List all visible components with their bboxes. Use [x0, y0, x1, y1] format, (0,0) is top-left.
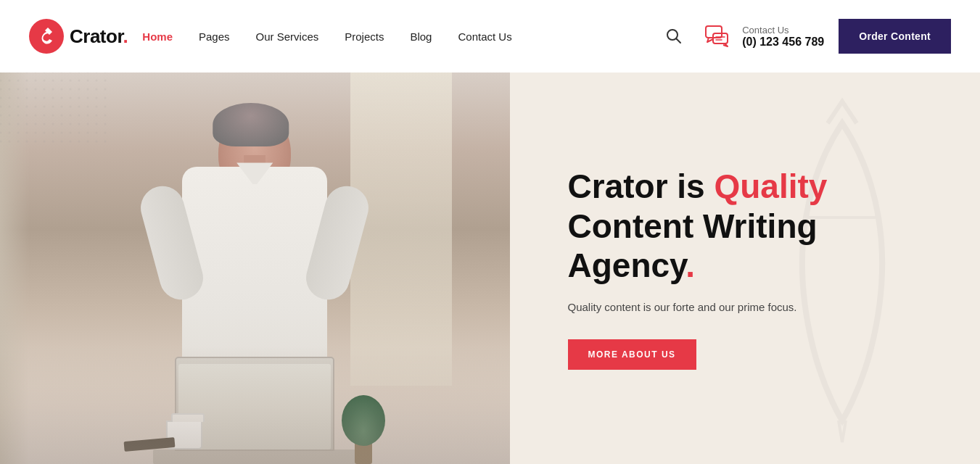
- hero-heading-period: .: [685, 246, 695, 284]
- nav-item-contact[interactable]: Contact Us: [458, 30, 511, 43]
- contact-info: Contact Us (0) 123 456 789: [701, 20, 824, 52]
- hero-heading-highlight: Quality: [714, 167, 827, 205]
- header-right: Contact Us (0) 123 456 789 Order Content: [661, 19, 951, 54]
- hero-section: Crator is Quality Content Writing Agency…: [0, 72, 980, 464]
- hero-image: [0, 72, 510, 464]
- nav-item-blog[interactable]: Blog: [410, 30, 432, 43]
- hero-photo-container: [0, 72, 510, 464]
- contact-text-block: Contact Us (0) 123 456 789: [742, 25, 824, 49]
- logo[interactable]: Crator.: [29, 19, 128, 54]
- contact-label: Contact Us: [742, 25, 824, 36]
- chat-icon-wrap: [701, 20, 733, 52]
- search-icon: [666, 28, 682, 44]
- more-about-button[interactable]: MORE ABOUT US: [568, 339, 696, 370]
- nav-item-projects[interactable]: Projects: [345, 30, 384, 43]
- main-nav: Home Pages Our Services Projects Blog Co…: [142, 30, 511, 43]
- logo-icon: [29, 19, 64, 54]
- logo-text: Crator: [70, 25, 123, 47]
- hero-content: Crator is Quality Content Writing Agency…: [510, 72, 980, 464]
- logo-dot: .: [123, 25, 128, 47]
- search-button[interactable]: [661, 23, 687, 49]
- hero-heading-prefix: Crator is: [568, 167, 715, 205]
- chat-icon: [703, 22, 732, 51]
- nav-item-home[interactable]: Home: [142, 30, 173, 43]
- svg-point-0: [29, 19, 64, 54]
- header-left: Crator. Home Pages Our Services Projects…: [29, 19, 512, 54]
- nav-item-our-services[interactable]: Our Services: [256, 30, 319, 43]
- contact-phone: (0) 123 456 789: [742, 36, 824, 49]
- order-content-button[interactable]: Order Content: [839, 19, 951, 54]
- hero-subtext: Quality content is our forte and our pri…: [568, 299, 873, 316]
- nav-item-pages[interactable]: Pages: [199, 30, 230, 43]
- hero-text-block: Crator is Quality Content Writing Agency…: [568, 167, 873, 369]
- hero-heading: Crator is Quality Content Writing Agency…: [568, 167, 873, 285]
- header: Crator. Home Pages Our Services Projects…: [0, 0, 980, 72]
- svg-line-2: [677, 39, 681, 44]
